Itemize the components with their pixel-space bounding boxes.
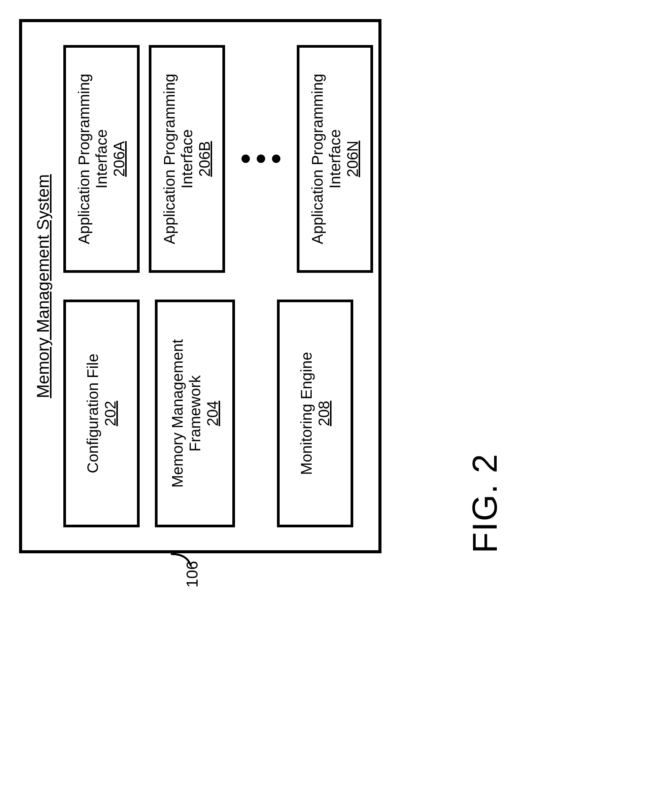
block-ref: 202 [101, 401, 119, 426]
api-block-a: Application Programming Interface 206A [63, 45, 140, 273]
configuration-file-block: Configuration File 202 [63, 300, 140, 527]
block-label-line1: Memory Management [169, 339, 186, 488]
block-label: Monitoring Engine [298, 352, 315, 475]
figure-canvas: Memory Management System Configuration F… [0, 0, 655, 812]
columns: Configuration File 202 Memory Management… [63, 45, 359, 527]
block-ref: 206N [344, 141, 361, 177]
api-block-n: Application Programming Interface 206N [297, 45, 373, 273]
spacer [250, 300, 262, 527]
block-label-line1: Application Programming [309, 74, 326, 244]
dot-icon [257, 155, 265, 163]
monitoring-engine-block: Monitoring Engine 208 [277, 300, 353, 527]
block-label-line2: Framework [186, 375, 204, 451]
block-label-line2: Interface [326, 129, 344, 189]
block-label-line2: Interface [93, 129, 110, 189]
block-ref: 208 [315, 401, 333, 426]
right-column: Application Programming Interface 206A A… [63, 45, 359, 273]
block-label-line2: Interface [178, 129, 196, 189]
leader-arc-icon [168, 543, 195, 569]
block-ref: 206B [196, 141, 213, 177]
api-block-b: Application Programming Interface 206B [149, 45, 225, 273]
block-ref: 206A [110, 141, 128, 177]
system-title: Memory Management System [34, 45, 53, 527]
dot-icon [272, 155, 280, 163]
block-label-line1: Application Programming [75, 74, 93, 244]
block-ref: 204 [204, 401, 221, 426]
memory-management-framework-block: Memory Management Framework 204 [155, 300, 235, 527]
diagram-rotated-wrapper: Memory Management System Configuration F… [19, 19, 381, 553]
figure-caption: FIG. 2 [465, 453, 505, 553]
memory-management-system-box: Memory Management System Configuration F… [19, 19, 381, 553]
block-label: Configuration File [84, 354, 101, 474]
block-label-line1: Application Programming [161, 74, 178, 244]
left-column: Configuration File 202 Memory Management… [63, 300, 359, 527]
vertical-ellipsis-icon [234, 45, 288, 273]
dot-icon [241, 155, 250, 163]
